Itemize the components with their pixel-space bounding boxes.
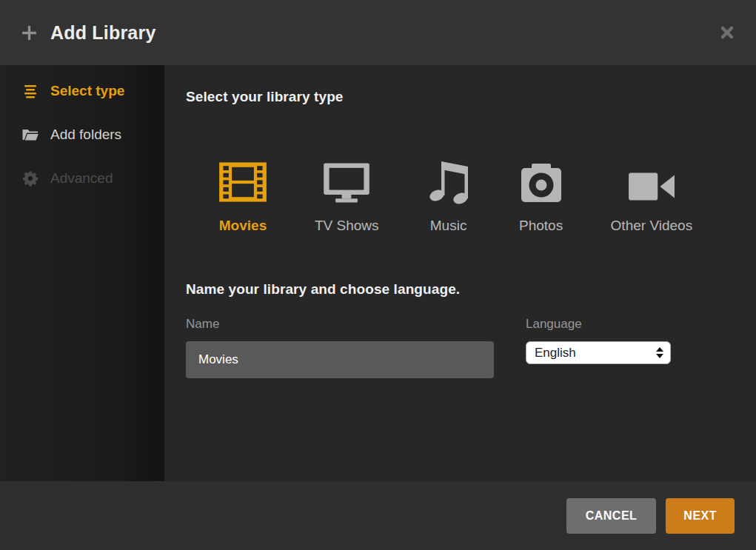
type-tile-label: Music (430, 218, 467, 234)
list-lines-icon (21, 83, 39, 99)
sidebar-item-label: Advanced (50, 170, 113, 187)
language-selected-value: English (535, 346, 656, 360)
type-tile-other-videos[interactable]: Other Videos (611, 155, 693, 234)
name-language-heading: Name your library and choose language. (186, 281, 756, 298)
camera-icon (518, 155, 564, 206)
video-camera-icon (627, 155, 676, 206)
gear-icon (21, 170, 39, 187)
sidebar-item-label: Add folders (50, 127, 121, 143)
next-button[interactable]: NEXT (666, 498, 735, 534)
library-type-picker: Movies TV Shows (218, 155, 756, 234)
sidebar-item-advanced: Advanced (0, 157, 164, 200)
language-select[interactable]: English (526, 341, 671, 364)
film-strip-icon (218, 155, 268, 206)
library-type-heading: Select your library type (186, 89, 756, 105)
name-label: Name (186, 317, 494, 332)
dialog-footer: CANCEL NEXT (0, 481, 756, 550)
type-tile-label: TV Shows (315, 218, 379, 234)
type-tile-label: Photos (519, 218, 563, 234)
type-tile-tv-shows[interactable]: TV Shows (315, 155, 379, 234)
dialog-header: Add Library (0, 0, 756, 65)
sidebar-item-add-folders[interactable]: Add folders (0, 113, 164, 157)
plus-icon (21, 24, 38, 41)
main-panel: Select your library type Movies (164, 65, 756, 481)
type-tile-photos[interactable]: Photos (518, 155, 564, 234)
dialog-title: Add Library (50, 22, 156, 44)
cancel-button[interactable]: CANCEL (566, 498, 657, 534)
up-down-arrows-icon (656, 347, 663, 358)
add-library-dialog: Add Library Select type (0, 0, 756, 550)
type-tile-movies[interactable]: Movies (218, 155, 268, 234)
name-language-form: Name Language English (186, 317, 756, 378)
sidebar-item-label: Select type (50, 83, 124, 99)
tv-icon (321, 155, 372, 206)
close-button[interactable] (716, 21, 738, 44)
library-name-input[interactable] (186, 341, 494, 378)
language-label: Language (526, 317, 671, 332)
sidebar-item-select-type[interactable]: Select type (0, 70, 164, 113)
open-folder-icon (21, 126, 39, 144)
type-tile-label: Movies (219, 218, 267, 234)
type-tile-music[interactable]: Music (426, 155, 472, 234)
music-note-icon (426, 155, 472, 206)
type-tile-label: Other Videos (611, 218, 693, 234)
close-icon (720, 25, 735, 40)
wizard-steps-sidebar: Select type Add folders Advanced (0, 65, 164, 481)
